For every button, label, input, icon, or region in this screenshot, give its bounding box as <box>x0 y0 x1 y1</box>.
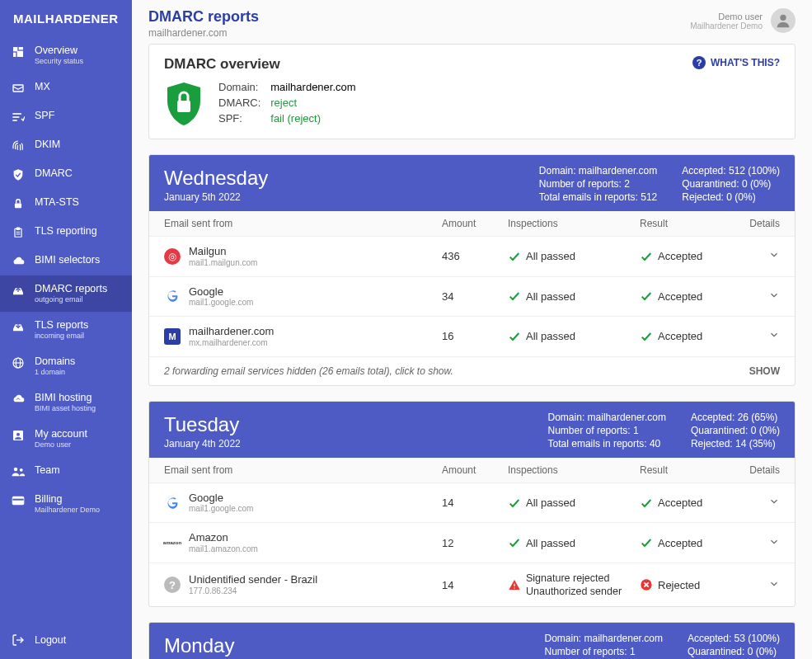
sidebar-nav: OverviewSecurity status MX SPF DKIM DMAR… <box>0 37 132 621</box>
day-date: January 5th 2022 <box>164 191 268 203</box>
svg-point-19 <box>16 432 20 435</box>
result-cell: Accepted <box>658 290 702 303</box>
sidebar-item-team[interactable]: Team <box>0 457 132 486</box>
sidebar-item-dmarc[interactable]: DMARC <box>0 160 132 189</box>
avatar[interactable] <box>771 8 796 33</box>
insp-cell: All passed <box>526 290 575 303</box>
amount-cell: 436 <box>442 250 508 262</box>
outbox-icon <box>10 283 26 298</box>
svg-rect-22 <box>12 497 23 504</box>
table-row: ◎ Mailgunmail1.mailgun.com 436 All passe… <box>149 237 795 277</box>
sidebar-item-mta-sts[interactable]: MTA-STS <box>0 189 132 218</box>
sidebar-item-spf[interactable]: SPF <box>0 102 132 131</box>
expand-chevron[interactable] <box>768 578 780 592</box>
sidebar-item-billing[interactable]: BillingMailhardener Demo <box>0 486 132 522</box>
hidden-services-row[interactable]: 2 forwarding email services hidden (26 e… <box>149 357 795 385</box>
sidebar-item-my-account[interactable]: My accountDemo user <box>0 421 132 457</box>
day-section-tuesday: Tuesday January 4th 2022 Domain: mailhar… <box>148 401 796 608</box>
domain-label: Domain: <box>218 81 260 93</box>
svg-rect-3 <box>17 51 23 57</box>
insp-cell: Signature rejectedUnauthorized sender <box>526 572 622 599</box>
whats-this-link[interactable]: ? WHAT'S THIS? <box>692 56 780 69</box>
sidebar-item-bimi-hosting[interactable]: BIMI hostingBIMI asset hosting <box>0 384 132 421</box>
inbox-icon <box>10 81 26 96</box>
show-hidden-button[interactable]: SHOW <box>749 365 780 377</box>
table-row: Googlemail1.google.com 14 All passed Acc… <box>149 483 795 524</box>
sidebar-item-sub: incoming email <box>35 332 88 341</box>
sidebar-item-tls-reports[interactable]: TLS reportsincoming email <box>0 312 132 348</box>
day-section-monday: Monday January 3rd 2022 Domain: mailhard… <box>148 622 796 659</box>
sidebar-item-domains[interactable]: Domains1 domain <box>0 348 132 384</box>
sidebar-item-label: MTA-STS <box>35 195 79 209</box>
table-row: ? Unidentified sender - Brazil177.0.86.2… <box>149 563 795 607</box>
user-org: Mailhardener Demo <box>690 21 763 31</box>
insp-cell: All passed <box>526 250 575 262</box>
users-icon <box>10 464 26 479</box>
sidebar-item-label: My account <box>35 427 87 440</box>
svg-rect-1 <box>19 47 23 49</box>
expand-chevron[interactable] <box>768 249 780 263</box>
sidebar-item-overview[interactable]: OverviewSecurity status <box>0 37 132 73</box>
expand-chevron[interactable] <box>768 496 780 510</box>
sidebar-item-sub: 1 domain <box>35 368 75 378</box>
sidebar-item-label: DKIM <box>35 138 60 151</box>
expand-chevron[interactable] <box>768 536 780 550</box>
domain-value: mailhardener.com <box>270 81 355 93</box>
day-stats-left: Domain: mailhardener.com Number of repor… <box>548 412 666 450</box>
user-square-icon <box>10 428 26 443</box>
sender-sub: mail1.google.com <box>189 298 253 308</box>
result-cell: Accepted <box>658 537 702 549</box>
sidebar-item-sub: Demo user <box>35 440 87 450</box>
page-subtitle: mailhardener.com <box>148 27 259 39</box>
col-amount-header: Amount <box>442 218 508 229</box>
cloud-upload-icon <box>10 392 26 407</box>
mailhardener-icon: M <box>164 328 181 345</box>
amazon-icon: amazon <box>164 534 181 551</box>
logout-button[interactable]: Logout <box>0 621 132 659</box>
day-stats-right: Accepted: 26 (65%) Quarantined: 0 (0%) R… <box>691 412 780 450</box>
day-stats-left: Domain: mailhardener.com Number of repor… <box>539 165 657 203</box>
content: ? WHAT'S THIS? DMARC overview Domain: ma… <box>132 44 812 659</box>
sidebar-item-bimi-selectors[interactable]: BIMI selectors <box>0 247 132 275</box>
spf-label: SPF: <box>218 112 260 125</box>
day-stats-right: Accepted: 512 (100%) Quarantined: 0 (0%)… <box>682 165 780 203</box>
sender-sub: 177.0.86.234 <box>189 586 317 596</box>
shield-check-icon <box>10 167 26 182</box>
spf-value: fail (reject) <box>270 112 355 125</box>
credit-card-icon <box>10 493 26 508</box>
warning-triangle-icon <box>508 578 521 591</box>
sidebar-item-label: TLS reporting <box>35 224 97 238</box>
mailgun-icon: ◎ <box>164 248 181 265</box>
sidebar-item-label: TLS reports <box>35 318 88 332</box>
page-title: DMARC reports <box>148 8 259 26</box>
cloud-icon <box>10 254 26 269</box>
sender-sub: mx.mailhardener.com <box>189 338 274 348</box>
sidebar-item-label: Overview <box>35 44 83 57</box>
expand-chevron[interactable] <box>768 289 780 304</box>
amount-cell: 14 <box>442 497 508 509</box>
col-insp-header: Inspections <box>508 218 640 229</box>
shield-status-icon <box>164 81 204 127</box>
svg-point-20 <box>14 467 18 471</box>
svg-rect-0 <box>13 47 17 51</box>
sidebar-item-sub: Mailhardener Demo <box>35 506 100 515</box>
svg-rect-8 <box>15 203 21 208</box>
amount-cell: 34 <box>442 290 508 303</box>
sidebar-item-dmarc-reports[interactable]: DMARC reportsoutgoing email <box>0 275 132 312</box>
sidebar-item-dkim[interactable]: DKIM <box>0 131 132 160</box>
sender-name: Mailgun <box>189 245 257 258</box>
help-icon: ? <box>692 56 706 69</box>
expand-chevron[interactable] <box>768 329 780 343</box>
col-result-header: Result <box>640 218 730 229</box>
table-row: Googlemail1.google.com 34 All passed Acc… <box>149 277 795 318</box>
sender-name: Google <box>189 492 253 505</box>
google-icon <box>164 288 181 304</box>
sidebar-item-tls-reporting[interactable]: TLS reporting <box>0 218 132 247</box>
day-stats-right: Accepted: 53 (100%) Quarantined: 0 (0%) … <box>688 633 780 659</box>
insp-cell: All passed <box>526 330 575 342</box>
svg-rect-2 <box>13 53 16 57</box>
lock-icon <box>10 196 26 211</box>
sidebar-item-label: Team <box>35 464 60 477</box>
sidebar-item-mx[interactable]: MX <box>0 73 132 102</box>
svg-point-21 <box>20 468 23 472</box>
